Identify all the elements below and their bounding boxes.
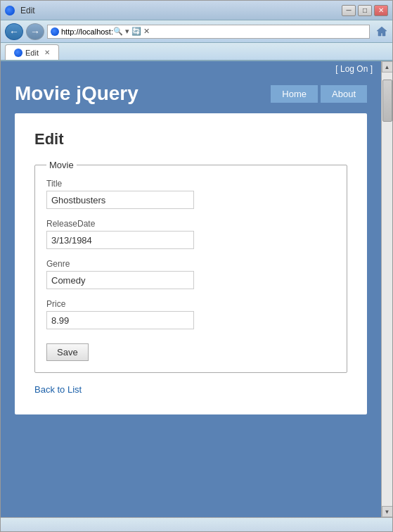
scrollbar: ▲ ▼	[381, 61, 392, 517]
movie-fieldset: Movie Title ReleaseDate Genre Pr	[34, 160, 347, 373]
title-field-group: Title	[46, 179, 335, 209]
save-button[interactable]: Save	[46, 343, 89, 361]
close-button[interactable]: ✕	[374, 5, 388, 16]
window-controls: ─ □ ✕	[342, 5, 388, 16]
address-controls: 🔍 ▾ 🔄 ✕	[113, 27, 150, 36]
logon-link[interactable]: [ Log On ]	[335, 64, 373, 74]
scroll-thumb[interactable]	[382, 80, 392, 122]
home-button[interactable]	[375, 25, 388, 38]
content-area: [ Log On ] Movie jQuery Home About Edit …	[1, 61, 392, 517]
app-title: Movie jQuery	[15, 82, 138, 105]
tab-close-button[interactable]: ✕	[44, 49, 50, 56]
back-to-list-link[interactable]: Back to List	[34, 384, 347, 395]
scroll-track[interactable]	[382, 72, 392, 506]
price-input[interactable]	[46, 311, 194, 329]
release-date-input[interactable]	[46, 231, 194, 249]
fieldset-legend: Movie	[46, 160, 77, 170]
scroll-up-arrow[interactable]: ▲	[382, 61, 393, 72]
page-content: [ Log On ] Movie jQuery Home About Edit …	[1, 61, 381, 517]
minimize-button[interactable]: ─	[342, 5, 356, 16]
genre-field-group: Genre	[46, 259, 335, 289]
page-heading: Edit	[34, 130, 347, 148]
title-bar: Edit ─ □ ✕	[1, 1, 392, 20]
tab-bar: Edit ✕	[1, 43, 392, 61]
forward-nav-button[interactable]: →	[26, 23, 44, 40]
tab-label: Edit	[25, 49, 39, 57]
window-title: Edit	[20, 6, 35, 15]
home-nav-button[interactable]: Home	[271, 85, 318, 103]
about-nav-button[interactable]: About	[321, 85, 367, 103]
address-bar: ← → http://localhost: 🔍 ▾ 🔄 ✕	[1, 20, 392, 43]
restore-button[interactable]: □	[358, 5, 372, 16]
browser-icon	[5, 6, 15, 15]
scroll-down-arrow[interactable]: ▼	[382, 506, 393, 517]
release-date-label: ReleaseDate	[46, 219, 335, 229]
address-input[interactable]: http://localhost: 🔍 ▾ 🔄 ✕	[47, 25, 370, 39]
release-date-field-group: ReleaseDate	[46, 219, 335, 249]
tab-icon	[14, 49, 22, 57]
genre-input[interactable]	[46, 271, 194, 289]
active-tab[interactable]: Edit ✕	[5, 44, 59, 60]
app-header: Movie jQuery Home About	[1, 77, 381, 113]
address-text: http://localhost:	[61, 27, 113, 36]
price-label: Price	[46, 299, 335, 309]
title-label: Title	[46, 179, 335, 189]
genre-label: Genre	[46, 259, 335, 269]
address-bar-icon	[51, 27, 59, 36]
title-input[interactable]	[46, 191, 194, 209]
status-bar	[1, 517, 392, 531]
browser-window: Edit ─ □ ✕ ← → http://localhost: 🔍 ▾ 🔄 ✕…	[0, 0, 393, 532]
price-field-group: Price	[46, 299, 335, 329]
nav-buttons: Home About	[271, 85, 367, 103]
main-content-box: Edit Movie Title ReleaseDate Genre	[15, 113, 367, 414]
back-nav-button[interactable]: ←	[5, 23, 23, 40]
logon-bar: [ Log On ]	[1, 61, 381, 77]
